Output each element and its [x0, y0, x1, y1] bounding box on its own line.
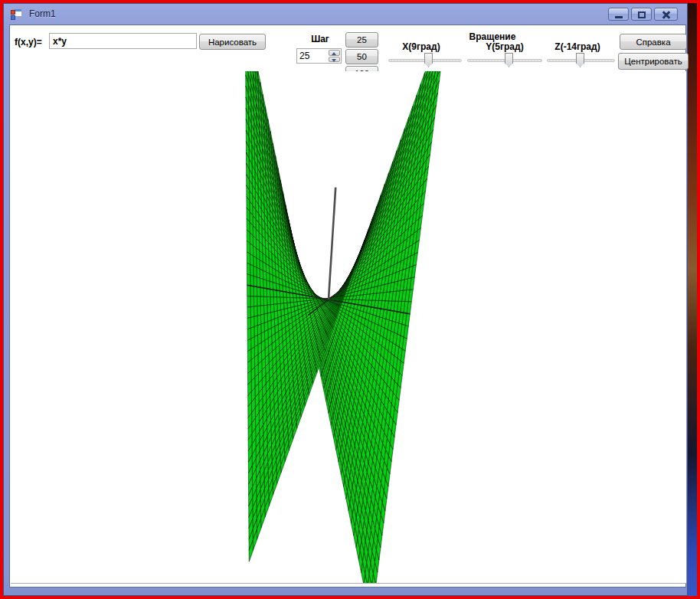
help-button[interactable]: Справка [620, 34, 687, 50]
rotation-label: Вращение [439, 31, 546, 42]
step-label: Шаг [301, 34, 339, 44]
maximize-button[interactable] [631, 8, 652, 21]
minimize-button[interactable] [608, 8, 629, 21]
step-down-button[interactable] [329, 57, 340, 63]
rotation-y-slider[interactable] [467, 53, 542, 68]
rotation-z-slider[interactable] [547, 53, 615, 68]
plot-area [11, 71, 686, 584]
client-area: f(x,y)= Нарисовать Шаг 25 25 50 100 Вращ… [9, 25, 686, 588]
function-input[interactable] [49, 33, 197, 49]
desktop-wallpaper-strip [686, 3, 697, 596]
rotation-x-slider[interactable] [388, 53, 462, 68]
step-numeric-updown[interactable]: 25 [296, 48, 342, 64]
window-title: Form1 [29, 8, 56, 19]
step-value: 25 [299, 51, 309, 61]
maximize-icon [638, 11, 646, 18]
app-icon [11, 8, 23, 20]
minimize-icon [615, 16, 623, 18]
arrow-down-icon [332, 59, 336, 62]
function-label: f(x,y)= [15, 37, 42, 47]
slider-y-label: Y(5град) [468, 41, 541, 52]
center-button[interactable]: Центрировать [618, 53, 689, 70]
slider-x-thumb[interactable] [424, 53, 433, 67]
step-25-button[interactable]: 25 [345, 32, 378, 47]
slider-z-label: Z(-14град) [541, 41, 614, 52]
slider-x-label: X(9град) [384, 41, 458, 52]
step-50-button[interactable]: 50 [345, 49, 378, 64]
slider-z-thumb[interactable] [576, 53, 584, 67]
draw-button[interactable]: Нарисовать [199, 34, 266, 50]
app-window: Form1 f(x,y)= Нарисовать Шаг 25 [3, 3, 688, 596]
arrow-up-icon [332, 52, 336, 55]
close-button[interactable] [654, 8, 678, 21]
surface-plot-canvas [11, 71, 686, 583]
step-up-button[interactable] [329, 50, 340, 56]
title-bar[interactable]: Form1 [4, 4, 687, 24]
slider-y-thumb[interactable] [505, 53, 513, 67]
screenshot-border: Form1 f(x,y)= Нарисовать Шаг 25 [0, 0, 700, 599]
